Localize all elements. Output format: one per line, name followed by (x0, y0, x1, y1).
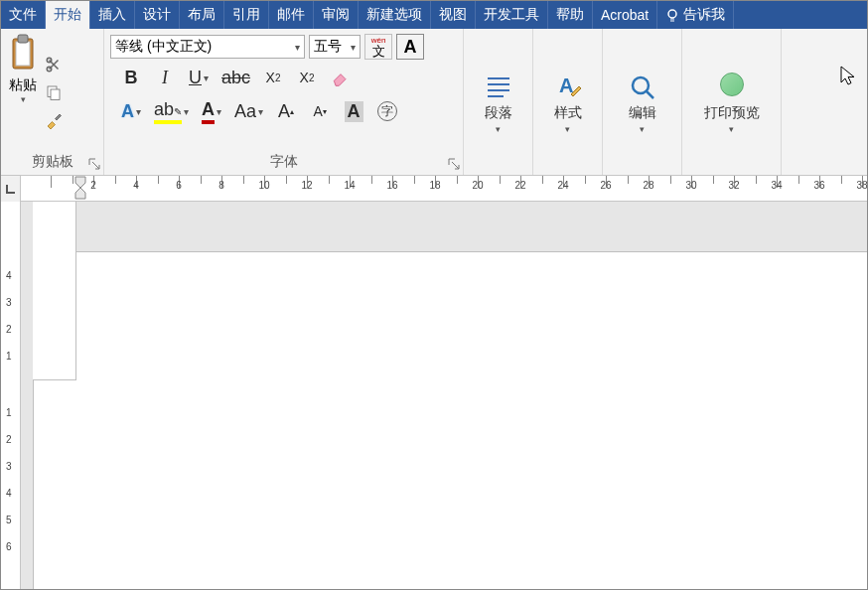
ruler-tick-label: 32 (728, 180, 739, 191)
tab-3[interactable]: 设计 (135, 1, 180, 29)
font-color-button[interactable]: A▾ (201, 98, 222, 124)
format-painter-button[interactable] (43, 109, 65, 131)
vruler-tick-label: 4 (6, 488, 12, 499)
search-icon (628, 73, 657, 102)
styles-icon: A (553, 73, 583, 102)
tab-6[interactable]: 邮件 (269, 1, 314, 29)
ruler-tick-label: 18 (429, 180, 440, 191)
tab-12[interactable]: Acrobat (593, 1, 657, 29)
subscript-button[interactable]: X2 (262, 65, 284, 90)
ribbon-tabbar: 文件开始插入设计布局引用邮件审阅新建选项视图开发工具帮助Acrobat告诉我 (1, 1, 867, 29)
scissors-icon (45, 56, 63, 74)
chevron-down-icon: ▾ (21, 94, 26, 104)
ruler-tick-label: 2 (90, 180, 96, 191)
tab-7[interactable]: 审阅 (314, 1, 359, 29)
ruler-tick-label: 12 (301, 180, 312, 191)
group-editing: 编辑 ▾ (603, 29, 682, 175)
change-case-button[interactable]: Aa▾ (234, 98, 263, 124)
print-preview-button[interactable]: 打印预览 ▾ (704, 33, 760, 173)
vruler-tick-label: 5 (6, 515, 12, 525)
cut-button[interactable] (43, 54, 65, 75)
paste-label: 粘贴 (9, 76, 37, 94)
vruler-tick-label: 1 (6, 351, 12, 362)
horizontal-ruler-area: 2468101214161820222426283032343638 (1, 176, 867, 202)
character-border-button[interactable]: A (396, 34, 424, 60)
underline-button[interactable]: U▾ (188, 65, 210, 90)
chevron-down-icon: ▾ (565, 124, 570, 134)
editing-button[interactable]: 编辑 ▾ (628, 33, 657, 173)
text-effects-button[interactable]: A▾ (120, 98, 142, 124)
document-page[interactable] (33, 202, 76, 380)
font-name-combo[interactable]: 等线 (中文正文) ▾ (110, 35, 305, 59)
character-shading-button[interactable]: A (343, 98, 364, 124)
tab-9[interactable]: 视图 (431, 1, 476, 29)
tab-0[interactable]: 文件 (1, 1, 46, 29)
page-space[interactable] (21, 202, 867, 590)
copy-button[interactable] (43, 81, 65, 103)
shrink-font-button[interactable]: A▾ (309, 98, 331, 124)
strikethrough-button[interactable]: abc (221, 65, 250, 90)
chevron-down-icon: ▾ (351, 42, 356, 53)
tell-me-button[interactable]: 告诉我 (657, 1, 734, 29)
group-label-clipboard: 剪贴板 (7, 151, 97, 173)
paragraph-button[interactable]: 段落 ▾ (484, 33, 513, 173)
svg-point-15 (633, 77, 649, 93)
clear-formatting-button[interactable] (330, 65, 352, 90)
vruler-tick-label: 4 (6, 270, 12, 281)
eraser-icon (331, 68, 351, 87)
svg-rect-4 (16, 42, 30, 66)
vruler-tick-label: 3 (6, 297, 12, 308)
chevron-down-icon: ▾ (496, 124, 501, 134)
vertical-ruler[interactable]: 4321123456 (1, 202, 21, 590)
group-label-font: 字体 (110, 151, 457, 173)
tab-8[interactable]: 新建选项 (359, 1, 431, 29)
indent-marker-icon[interactable] (74, 176, 86, 200)
ribbon-spacer (782, 29, 867, 175)
document-page[interactable] (33, 251, 867, 590)
vruler-tick-label: 2 (6, 324, 12, 335)
horizontal-ruler[interactable]: 2468101214161820222426283032343638 (21, 176, 867, 202)
tab-1[interactable]: 开始 (46, 1, 90, 29)
highlight-button[interactable]: ab✎▾ (154, 98, 189, 124)
dialog-launcher-icon[interactable] (447, 157, 461, 171)
italic-button[interactable]: I (154, 65, 176, 90)
ruler-tick-label: 22 (514, 180, 525, 191)
tab-4[interactable]: 布局 (180, 1, 224, 29)
superscript-button[interactable]: X2 (296, 65, 318, 90)
paste-button[interactable]: 粘贴 ▾ (7, 33, 39, 151)
vruler-tick-label: 1 (6, 407, 12, 418)
clipboard-body: 粘贴 ▾ (7, 33, 97, 151)
svg-line-16 (647, 91, 653, 98)
tab-5[interactable]: 引用 (224, 1, 269, 29)
copy-icon (45, 83, 63, 101)
font-size-combo[interactable]: 五号 ▾ (309, 35, 361, 59)
chevron-down-icon: ▾ (295, 42, 300, 53)
editing-label: 编辑 (629, 104, 656, 122)
dialog-launcher-icon[interactable] (87, 157, 101, 171)
ruler-tick-label: 28 (643, 180, 653, 191)
enclose-characters-button[interactable]: 字 (376, 98, 398, 124)
font-size-value: 五号 (314, 38, 342, 56)
grow-font-button[interactable]: A▴ (275, 98, 297, 124)
font-name-value: 等线 (中文正文) (115, 38, 212, 56)
group-font: 等线 (中文正文) ▾ 五号 ▾ wén 文 A B I U▾ abc X2 X… (104, 29, 464, 175)
group-clipboard: 粘贴 ▾ 剪贴板 (1, 29, 104, 175)
svg-rect-9 (51, 89, 60, 100)
ruler-tick-label: 26 (600, 180, 611, 191)
chevron-down-icon: ▾ (729, 124, 734, 134)
tab-2[interactable]: 插入 (90, 1, 135, 29)
tab-11[interactable]: 帮助 (548, 1, 593, 29)
ribbon: 粘贴 ▾ 剪贴板 等线 (中文正文) ▾ (1, 29, 867, 176)
ruler-tick-label: 20 (472, 180, 483, 191)
tab-10[interactable]: 开发工具 (476, 1, 548, 29)
phonetic-guide-button[interactable]: wén 文 (364, 34, 392, 60)
svg-text:A: A (559, 74, 573, 96)
styles-button[interactable]: A 样式 ▾ (553, 33, 583, 173)
ruler-tick-label: 34 (771, 180, 782, 191)
paragraph-label: 段落 (485, 104, 512, 122)
bold-button[interactable]: B (120, 65, 142, 90)
document-area: 4321123456 (1, 202, 867, 590)
chevron-down-icon: ▾ (640, 124, 645, 134)
ruler-corner (1, 176, 21, 202)
vruler-tick-label: 6 (6, 541, 12, 552)
